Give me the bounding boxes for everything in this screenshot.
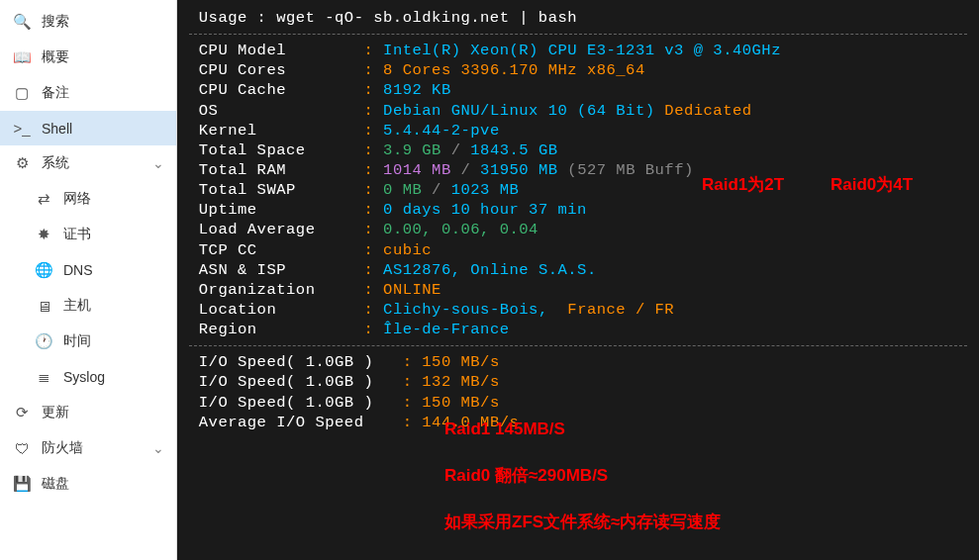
sidebar-icon: ⚙ <box>12 154 32 172</box>
sidebar-label: DNS <box>63 262 93 278</box>
sidebar-item-9[interactable]: 🕐时间 <box>0 324 176 359</box>
sidebar-item-1[interactable]: 📖概要 <box>0 40 176 75</box>
annotation-raid0-speed: Raid0 翻倍≈290MB/S <box>444 465 608 487</box>
sidebar-icon: ⟳ <box>12 404 32 421</box>
io-row-1: I/O Speed( 1.0GB ) : 132 MB/s <box>189 372 967 392</box>
annotation-raid0-4t: Raid0为4T <box>831 174 913 196</box>
sidebar-icon: >_ <box>12 120 32 137</box>
sidebar-label: 证书 <box>63 226 91 243</box>
chevron-down-icon: ⌄ <box>152 440 164 456</box>
shell-terminal[interactable]: Usage : wget -qO- sb.oldking.net | bash … <box>177 0 979 560</box>
sidebar-item-3[interactable]: >_Shell <box>0 111 176 145</box>
info-row-8: Uptime : 0 days 10 hour 37 min <box>189 200 967 220</box>
annotation-raid1-speed: Raid1 145MB/S <box>444 419 565 440</box>
sidebar-item-10[interactable]: ≣Syslog <box>0 359 176 395</box>
info-row-4: Kernel : 5.4.44-2-pve <box>189 121 967 140</box>
sidebar-label: 网络 <box>63 190 91 208</box>
sidebar-icon: 🔍 <box>12 13 32 31</box>
sidebar-item-11[interactable]: ⟳更新 <box>0 395 176 430</box>
sidebar-label: Syslog <box>63 369 105 385</box>
io-row-2: I/O Speed( 1.0GB ) : 150 MB/s <box>189 393 967 413</box>
sidebar-item-4[interactable]: ⚙系统⌄ <box>0 145 176 181</box>
sidebar-icon: ▢ <box>12 84 32 102</box>
sidebar-item-5[interactable]: ⇄网络 <box>0 181 176 217</box>
sidebar-item-12[interactable]: 🛡防火墙⌄ <box>0 430 176 466</box>
sidebar-icon: ⇄ <box>34 190 53 208</box>
info-row-13: Location : Clichy-sous-Bois, France / FR <box>189 300 967 320</box>
chevron-down-icon: ⌄ <box>152 155 164 171</box>
info-row-10: TCP CC : cubic <box>189 240 967 260</box>
io-row-0: I/O Speed( 1.0GB ) : 150 MB/s <box>189 352 967 372</box>
info-row-14: Region : Île-de-France <box>189 320 967 339</box>
sidebar-icon: 🖥 <box>34 298 53 315</box>
info-row-12: Organization : ONLINE <box>189 280 967 300</box>
sidebar-item-2[interactable]: ▢备注 <box>0 75 176 111</box>
divider <box>189 345 967 346</box>
sidebar-label: 时间 <box>63 332 91 350</box>
sidebar-icon: 🕐 <box>34 332 53 350</box>
info-row-11: ASN & ISP : AS12876, Online S.A.S. <box>189 260 967 280</box>
info-row-9: Load Average : 0.00, 0.06, 0.04 <box>189 220 967 239</box>
sidebar-icon: 🛡 <box>12 440 32 457</box>
sidebar-item-7[interactable]: 🌐DNS <box>0 252 176 288</box>
io-speed-block: I/O Speed( 1.0GB ) : 150 MB/s I/O Speed(… <box>189 352 967 432</box>
divider <box>189 34 967 35</box>
sidebar: 🔍搜索📖概要▢备注>_Shell⚙系统⌄⇄网络✸证书🌐DNS🖥主机🕐时间≣Sys… <box>0 0 177 560</box>
sidebar-label: 主机 <box>63 297 91 315</box>
annotation-zfs: 如果采用ZFS文件系统≈内存读写速度 <box>444 512 721 533</box>
sidebar-label: 防火墙 <box>42 439 83 457</box>
sidebar-icon: ✸ <box>34 226 53 243</box>
sidebar-label: 系统 <box>42 154 69 172</box>
sidebar-icon: 📖 <box>12 48 32 66</box>
annotation-raid1-2t: Raid1为2T <box>702 174 784 196</box>
sidebar-icon: ≣ <box>34 368 53 386</box>
sidebar-label: 磁盘 <box>42 475 69 493</box>
sidebar-item-0[interactable]: 🔍搜索 <box>0 4 176 40</box>
info-row-5: Total Space : 3.9 GB / 1843.5 GB <box>189 140 967 160</box>
sidebar-label: Shell <box>42 121 72 137</box>
info-row-2: CPU Cache : 8192 KB <box>189 80 967 100</box>
sidebar-item-6[interactable]: ✸证书 <box>0 217 176 252</box>
info-row-0: CPU Model : Intel(R) Xeon(R) CPU E3-1231… <box>189 41 967 60</box>
sidebar-item-8[interactable]: 🖥主机 <box>0 288 176 324</box>
sidebar-label: 备注 <box>42 84 69 102</box>
sidebar-icon: 💾 <box>12 475 32 493</box>
io-row-3: Average I/O Speed : 144.0 MB/s <box>189 413 967 432</box>
sidebar-label: 搜索 <box>42 13 69 31</box>
usage-line: Usage : wget -qO- sb.oldking.net | bash <box>189 8 967 28</box>
sidebar-icon: 🌐 <box>34 261 53 279</box>
sidebar-label: 概要 <box>42 48 69 66</box>
info-row-1: CPU Cores : 8 Cores 3396.170 MHz x86_64 <box>189 60 967 80</box>
sidebar-label: 更新 <box>42 404 69 421</box>
info-row-3: OS : Debian GNU/Linux 10 (64 Bit) Dedica… <box>189 101 967 121</box>
sidebar-item-13[interactable]: 💾磁盘 <box>0 466 176 502</box>
